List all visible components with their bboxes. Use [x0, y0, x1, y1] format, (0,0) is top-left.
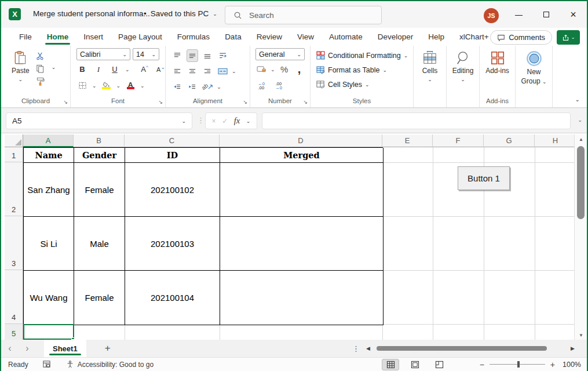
sheet-tab-sheet1[interactable]: Sheet1	[44, 340, 86, 357]
cells-button[interactable]: Cells ⌄	[422, 48, 438, 96]
insert-function-button[interactable]: fx	[234, 116, 240, 126]
new-group-button[interactable]: New Group ⌄	[521, 48, 546, 96]
format-painter-button[interactable]	[34, 75, 47, 87]
name-box[interactable]: A5 ⌄	[6, 112, 192, 129]
sheetbar-grip[interactable]: ⋮	[352, 344, 360, 353]
tab-home[interactable]: Home	[39, 29, 76, 45]
grow-font-button[interactable]: A^	[139, 63, 151, 76]
wrap-text-button[interactable]	[217, 49, 228, 62]
vertical-scrollbar-thumb[interactable]	[577, 146, 585, 219]
cell-D1[interactable]: Merged	[220, 148, 384, 163]
tab-help[interactable]: Help	[421, 29, 452, 45]
form-control-button[interactable]: Button 1	[458, 166, 510, 190]
column-header-D[interactable]: D	[220, 134, 382, 147]
page-break-view-button[interactable]	[430, 359, 448, 370]
tab-formulas[interactable]: Formulas	[170, 29, 217, 45]
zoom-in-button[interactable]: +	[550, 360, 555, 369]
row-header-2[interactable]: 2	[5, 162, 23, 216]
comma-style-button[interactable]: ,	[294, 63, 305, 76]
alignment-dialog-launcher[interactable]: ↘	[243, 99, 247, 105]
formula-bar-expand-chevron[interactable]: ⌄	[578, 117, 582, 123]
format-as-table-button[interactable]: Format as Table ⌄	[316, 63, 410, 77]
tab-review[interactable]: Review	[249, 29, 290, 45]
column-header-F[interactable]: F	[433, 134, 484, 147]
search-input[interactable]: Search	[225, 6, 382, 24]
increase-decimal-button[interactable]: ←0.00	[255, 79, 267, 92]
orientation-button[interactable]: ab	[202, 81, 213, 93]
minimize-button[interactable]: —	[505, 1, 532, 28]
align-center-button[interactable]	[187, 65, 198, 78]
align-bottom-button[interactable]	[202, 49, 213, 62]
save-status[interactable]: • Saved to this PC ⌄	[144, 9, 217, 18]
sheet-nav-left[interactable]: ‹	[1, 343, 19, 354]
merge-center-dropdown[interactable]: ⌄	[232, 68, 236, 74]
font-family-select[interactable]: Calibri ⌄	[76, 48, 130, 60]
align-left-button[interactable]	[171, 65, 183, 78]
hscroll-right-arrow[interactable]: ▶	[571, 345, 575, 351]
comments-button[interactable]: Comments	[490, 30, 552, 45]
row-header-1[interactable]: 1	[5, 147, 23, 162]
zoom-level[interactable]: 100%	[560, 361, 581, 369]
cell-D2[interactable]	[220, 163, 384, 217]
cell-B3[interactable]: Male	[74, 217, 125, 271]
tab-view[interactable]: View	[290, 29, 322, 45]
accounting-format-button[interactable]	[255, 63, 267, 76]
merge-center-button[interactable]	[217, 65, 228, 78]
enter-check-icon[interactable]: ✓	[222, 117, 228, 125]
zoom-out-button[interactable]: −	[480, 360, 484, 369]
column-header-C[interactable]: C	[125, 134, 220, 147]
copy-dropdown[interactable]: ⌄	[52, 48, 56, 96]
font-color-dropdown[interactable]: ⌄	[140, 83, 145, 89]
zoom-slider[interactable]	[490, 364, 545, 365]
cell-A3[interactable]: Si Li	[24, 217, 74, 271]
percent-style-button[interactable]: %	[279, 63, 290, 76]
row-header-4[interactable]: 4	[5, 270, 23, 324]
tab-data[interactable]: Data	[217, 29, 249, 45]
horizontal-scrollbar-thumb[interactable]	[377, 346, 547, 351]
column-header-H[interactable]: H	[535, 134, 576, 147]
decrease-indent-button[interactable]	[171, 81, 183, 93]
formula-bar-grip[interactable]: ⋮	[197, 116, 204, 125]
collapse-ribbon-chevron[interactable]: ⌄	[575, 96, 580, 103]
accounting-dropdown[interactable]: ⌄	[271, 67, 275, 72]
number-dialog-launcher[interactable]: ↘	[303, 99, 308, 105]
cell-C1[interactable]: ID	[125, 148, 220, 163]
increase-indent-button[interactable]	[187, 81, 198, 93]
zoom-slider-handle[interactable]	[517, 361, 520, 368]
cell-C2[interactable]: 202100102	[125, 163, 220, 217]
editing-button[interactable]: Editing ⌄	[452, 48, 474, 96]
underline-button[interactable]: U	[109, 63, 120, 76]
tab-page-layout[interactable]: Page Layout	[111, 29, 170, 45]
select-all-corner[interactable]	[5, 134, 23, 147]
borders-button[interactable]	[76, 79, 88, 92]
font-dialog-launcher[interactable]: ↘	[158, 99, 163, 105]
cell-B4[interactable]: Female	[74, 271, 125, 325]
active-cell-A5[interactable]	[23, 324, 74, 340]
excel-logo-icon[interactable]: X	[9, 8, 21, 20]
page-layout-view-button[interactable]	[406, 359, 423, 370]
cell-D4[interactable]	[220, 271, 384, 325]
align-top-button[interactable]	[171, 49, 183, 62]
column-header-E[interactable]: E	[382, 134, 433, 147]
clipboard-dialog-launcher[interactable]: ↘	[63, 99, 68, 105]
bold-button[interactable]: B	[76, 63, 88, 76]
copy-button[interactable]	[34, 63, 47, 74]
maximize-button[interactable]	[532, 1, 560, 28]
orientation-dropdown[interactable]: ⌄	[217, 84, 221, 90]
share-button[interactable]: ⌄	[557, 30, 580, 45]
row-header-3[interactable]: 3	[5, 216, 23, 270]
scroll-down-arrow[interactable]: ▼	[575, 330, 587, 340]
tab-automate[interactable]: Automate	[322, 29, 370, 45]
user-avatar[interactable]: JS	[484, 8, 499, 23]
hscroll-left-arrow[interactable]: ◀	[366, 345, 370, 351]
row-header-5[interactable]: 5	[5, 324, 23, 340]
column-header-G[interactable]: G	[484, 134, 535, 147]
cell-styles-button[interactable]: Cell Styles ⌄	[316, 77, 410, 92]
align-right-button[interactable]	[202, 65, 213, 78]
tab-insert[interactable]: Insert	[76, 29, 111, 45]
fill-color-button[interactable]	[101, 79, 112, 92]
tab-file[interactable]: File	[12, 29, 39, 45]
cancel-icon[interactable]: ×	[212, 117, 216, 125]
cell-B1[interactable]: Gender	[74, 148, 125, 163]
scroll-up-arrow[interactable]: ▲	[575, 134, 587, 144]
